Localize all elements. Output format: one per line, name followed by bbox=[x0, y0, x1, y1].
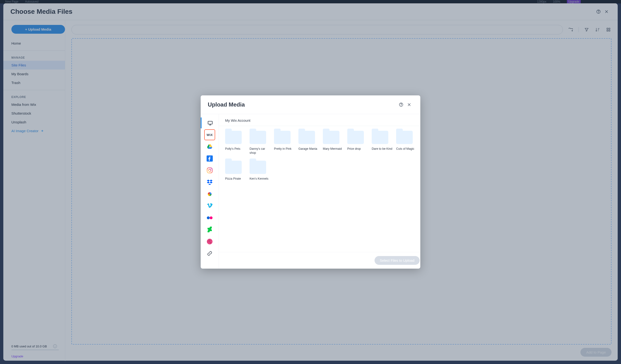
svg-point-11 bbox=[208, 169, 211, 172]
folder-item[interactable]: Pretty in Pink bbox=[274, 131, 296, 155]
upload-media-title: Upload Media bbox=[208, 101, 245, 108]
help-icon[interactable] bbox=[397, 101, 405, 109]
source-google-photos[interactable] bbox=[204, 189, 215, 200]
folder-label: Polly's Pets bbox=[225, 147, 248, 151]
folder-icon bbox=[274, 131, 291, 144]
source-dribbble[interactable] bbox=[204, 236, 215, 247]
source-instagram[interactable] bbox=[204, 165, 215, 176]
folder-label: Danny's car shop bbox=[250, 147, 272, 155]
autosaved-label: Autosaved bbox=[25, 0, 38, 3]
folder-icon bbox=[396, 131, 413, 144]
folder-item[interactable]: Garage Mania bbox=[298, 131, 321, 155]
svg-point-15 bbox=[207, 239, 212, 244]
folder-item[interactable]: Danny's car shop bbox=[250, 131, 272, 155]
zoom-percent: 100% bbox=[553, 0, 560, 3]
choose-media-modal: Choose Media Files + Upload Media Home M… bbox=[3, 3, 618, 361]
folder-icon bbox=[347, 131, 364, 144]
source-wix[interactable]: WiX bbox=[204, 129, 215, 140]
folder-item[interactable]: Pizza Pirate bbox=[225, 161, 248, 181]
source-vimeo[interactable] bbox=[204, 201, 215, 211]
folder-item[interactable]: Mary Mermaid bbox=[323, 131, 345, 155]
upload-media-modal: Upload Media WiX bbox=[201, 95, 420, 269]
canvas-width: 1280px bbox=[537, 0, 546, 3]
svg-point-14 bbox=[210, 216, 212, 219]
source-column: WiX bbox=[201, 114, 219, 269]
folder-icon bbox=[372, 131, 388, 144]
svg-point-12 bbox=[211, 169, 212, 169]
folder-icon bbox=[323, 131, 339, 144]
source-computer[interactable] bbox=[201, 118, 219, 128]
folder-label: Cuts of Magic bbox=[396, 147, 419, 151]
folder-grid: Polly's PetsDanny's car shopPretty in Pi… bbox=[225, 131, 419, 181]
upgrade-badge[interactable]: Upgrade bbox=[567, 0, 581, 3]
source-flickr[interactable] bbox=[204, 212, 215, 223]
source-facebook[interactable] bbox=[204, 153, 215, 164]
folder-icon bbox=[225, 131, 242, 144]
folder-icon bbox=[250, 131, 266, 144]
editor-top-bar: New Page Autosaved 1280px 100% Upgrade bbox=[0, 0, 621, 3]
folder-label: Price drop bbox=[347, 147, 370, 151]
source-google-drive[interactable] bbox=[204, 141, 215, 152]
folder-item[interactable]: Price drop bbox=[347, 131, 370, 155]
folder-icon bbox=[298, 131, 315, 144]
folder-item[interactable]: Ken's Kennels bbox=[250, 161, 272, 181]
folder-icon bbox=[250, 161, 266, 174]
folder-label: Dare to be Kind bbox=[372, 147, 394, 151]
folder-label: Pretty in Pink bbox=[274, 147, 296, 151]
source-deviantart[interactable] bbox=[204, 224, 215, 235]
source-dropbox[interactable] bbox=[204, 177, 215, 188]
new-page-label: New Page bbox=[5, 0, 18, 3]
source-link[interactable] bbox=[204, 248, 215, 259]
breadcrumb: My Wix Account bbox=[219, 114, 420, 126]
select-files-button[interactable]: Select Files to Upload bbox=[375, 256, 420, 265]
folder-label: Ken's Kennels bbox=[250, 177, 272, 181]
folder-item[interactable]: Dare to be Kind bbox=[372, 131, 394, 155]
svg-rect-10 bbox=[207, 168, 212, 173]
folder-item[interactable]: Polly's Pets bbox=[225, 131, 248, 155]
svg-rect-8 bbox=[208, 121, 212, 124]
folder-label: Mary Mermaid bbox=[323, 147, 345, 151]
folder-label: Pizza Pirate bbox=[225, 177, 248, 181]
close-icon[interactable] bbox=[405, 101, 413, 109]
svg-point-7 bbox=[401, 105, 401, 106]
folder-item[interactable]: Cuts of Magic bbox=[396, 131, 419, 155]
svg-point-13 bbox=[207, 216, 210, 219]
folder-icon bbox=[225, 161, 242, 174]
folder-label: Garage Mania bbox=[298, 147, 321, 151]
